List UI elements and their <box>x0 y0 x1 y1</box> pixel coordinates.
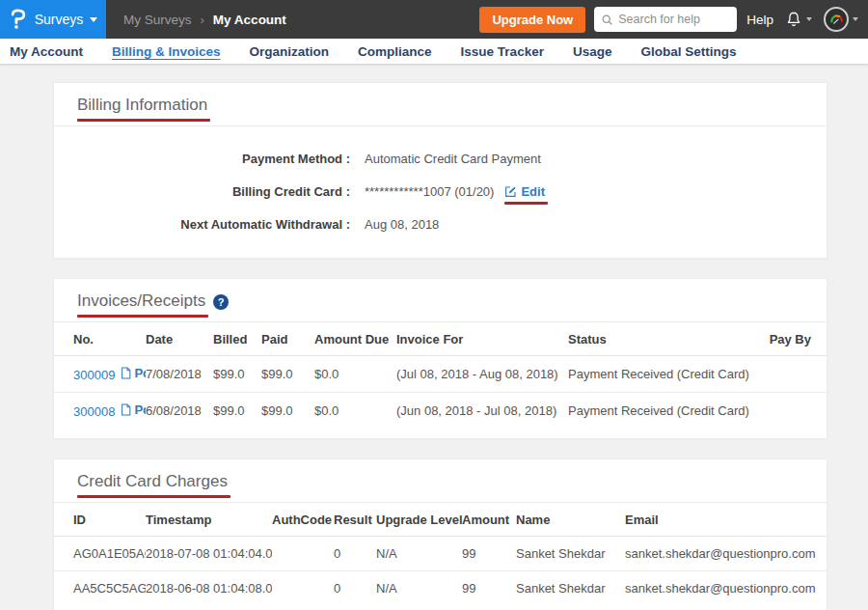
upgrade-now-button[interactable]: Upgrade Now <box>479 7 585 33</box>
invoice-pdf-link[interactable]: Pdf <box>121 366 146 380</box>
col-id: ID <box>54 503 146 537</box>
account-nav-tabs: My Account Billing & Invoices Organizati… <box>0 39 868 65</box>
charge-upgrade-level: N/A <box>376 571 462 606</box>
invoice-pay-by <box>767 356 827 393</box>
help-question-icon[interactable]: ? <box>213 294 229 310</box>
invoices-table: No. Date Billed Paid Amount Due Invoice … <box>54 322 827 429</box>
product-name: Surveys <box>35 12 84 27</box>
payment-method-value: Automatic Credit Card Payment <box>365 152 541 166</box>
charge-email: sanket.shekdar@questionpro.com <box>625 537 827 571</box>
billing-information-card: Billing Information Payment Method : Aut… <box>53 82 827 259</box>
charge-result: 0 <box>334 571 376 606</box>
charge-authcode <box>272 571 334 606</box>
payment-method-row: Payment Method : Automatic Credit Card P… <box>77 142 803 175</box>
next-withdrawal-value: Aug 08, 2018 <box>365 217 439 232</box>
col-authcode: AuthCode <box>272 503 334 537</box>
invoice-row: 300008Pdf 6/08/2018 $99.0 $99.0 $0.0 (Ju… <box>54 393 827 430</box>
invoice-billed: $99.0 <box>213 356 261 393</box>
billing-credit-card-label: Billing Credit Card : <box>77 184 350 199</box>
pdf-file-icon <box>121 403 131 416</box>
search-icon <box>601 14 613 26</box>
breadcrumb-parent[interactable]: My Surveys <box>123 13 192 27</box>
credit-card-number: ************1007 (01/20) <box>365 184 494 199</box>
charge-upgrade-level: N/A <box>376 537 462 571</box>
col-amount: Amount <box>462 503 516 537</box>
charge-name: Sanket Shekdar <box>516 571 625 606</box>
charge-name: Sanket Shekdar <box>516 537 625 571</box>
col-invoice-for: Invoice For <box>396 322 568 356</box>
invoices-receipts-card: Invoices/Receipts ? No. Date Billed Paid… <box>53 278 827 439</box>
breadcrumb-separator-icon: › <box>201 13 204 27</box>
search-input[interactable] <box>618 13 724 26</box>
edit-link-label: Edit <box>521 184 545 199</box>
invoice-status: Payment Received (Credit Card) <box>568 393 767 430</box>
pdf-file-icon <box>121 367 131 379</box>
invoices-receipts-title: Invoices/Receipts <box>77 291 205 311</box>
invoice-number-link[interactable]: 300008 <box>73 404 115 419</box>
billing-information-fields: Payment Method : Automatic Credit Card P… <box>54 126 827 258</box>
edit-pencil-icon <box>504 185 517 198</box>
invoices-receipts-header: Invoices/Receipts ? <box>54 279 827 322</box>
account-menu[interactable] <box>824 7 858 32</box>
notifications-menu[interactable] <box>785 11 812 28</box>
tab-compliance[interactable]: Compliance <box>358 44 432 59</box>
tab-global-settings[interactable]: Global Settings <box>640 44 736 59</box>
invoice-date: 6/08/2018 <box>146 393 213 430</box>
col-pay-by: Pay By <box>767 322 827 356</box>
breadcrumb: My Surveys › My Account <box>123 13 286 27</box>
tab-billing-invoices[interactable]: Billing & Invoices <box>112 44 221 59</box>
credit-card-charges-title: Credit Card Charges <box>77 472 228 491</box>
charges-table: ID Timestamp AuthCode Result Upgrade Lev… <box>54 503 827 605</box>
next-withdrawal-row: Next Automatic Withdrawal : Aug 08, 2018 <box>77 208 803 240</box>
billing-credit-card-value: ************1007 (01/20) Edit <box>365 184 545 199</box>
invoice-amount-due: $0.0 <box>314 393 396 430</box>
next-withdrawal-label: Next Automatic Withdrawal : <box>77 217 350 232</box>
table-bottom-padding <box>54 605 827 610</box>
top-header: Surveys My Surveys › My Account Upgrade … <box>0 0 868 39</box>
tab-issue-tracker[interactable]: Issue Tracker <box>461 44 544 59</box>
table-bottom-padding <box>54 429 827 438</box>
invoice-date: 7/08/2018 <box>146 356 213 393</box>
billing-credit-card-row: Billing Credit Card : ************1007 (… <box>77 175 803 208</box>
col-status: Status <box>568 322 767 356</box>
invoice-pdf-link[interactable]: Pdf <box>121 402 146 417</box>
charge-id: AA5C5C5AG0A <box>54 571 146 606</box>
tab-my-account[interactable]: My Account <box>10 44 83 59</box>
charge-result: 0 <box>334 537 376 571</box>
invoice-amount-due: $0.0 <box>314 356 396 393</box>
col-result: Result <box>334 503 376 537</box>
col-email: Email <box>625 503 827 537</box>
col-amount-due: Amount Due <box>314 322 396 356</box>
chevron-down-icon <box>806 17 812 21</box>
col-upgrade-level: Upgrade Level <box>376 503 462 537</box>
edit-credit-card-link[interactable]: Edit <box>504 184 545 199</box>
payment-method-label: Payment Method : <box>77 152 350 166</box>
col-timestamp: Timestamp <box>146 503 272 537</box>
charge-authcode <box>272 537 334 571</box>
col-date: Date <box>146 322 213 356</box>
help-search-box[interactable] <box>594 7 737 32</box>
charge-id: AG0A1E05AG0A <box>54 537 146 571</box>
invoice-pay-by <box>767 393 827 430</box>
col-billed: Billed <box>213 322 261 356</box>
credit-card-charges-card: Credit Card Charges ID Timestamp AuthCod… <box>53 458 827 610</box>
pdf-link-label: Pdf <box>134 366 146 380</box>
product-switcher[interactable]: Surveys <box>0 0 106 39</box>
avatar <box>824 7 849 32</box>
tab-usage[interactable]: Usage <box>573 44 612 59</box>
charge-timestamp: 2018-07-08 01:04:04.0 <box>146 537 272 571</box>
billing-information-title: Billing Information <box>77 96 207 115</box>
invoice-for: (Jun 08, 2018 - Jul 08, 2018) <box>396 393 568 430</box>
credit-card-charges-header: Credit Card Charges <box>54 459 827 503</box>
help-link[interactable]: Help <box>746 13 773 27</box>
chevron-down-icon <box>853 17 858 21</box>
breadcrumb-current: My Account <box>213 13 286 27</box>
pdf-link-label: Pdf <box>134 402 146 417</box>
charge-row: AA5C5C5AG0A 2018-06-08 01:04:08.0 0 N/A … <box>54 571 827 606</box>
invoice-status: Payment Received (Credit Card) <box>568 356 767 393</box>
invoice-row: 300009Pdf 7/08/2018 $99.0 $99.0 $0.0 (Ju… <box>54 356 827 393</box>
bell-icon <box>785 11 802 28</box>
invoice-number-link[interactable]: 300009 <box>73 368 115 382</box>
tab-organization[interactable]: Organization <box>250 44 330 59</box>
col-name: Name <box>516 503 625 537</box>
